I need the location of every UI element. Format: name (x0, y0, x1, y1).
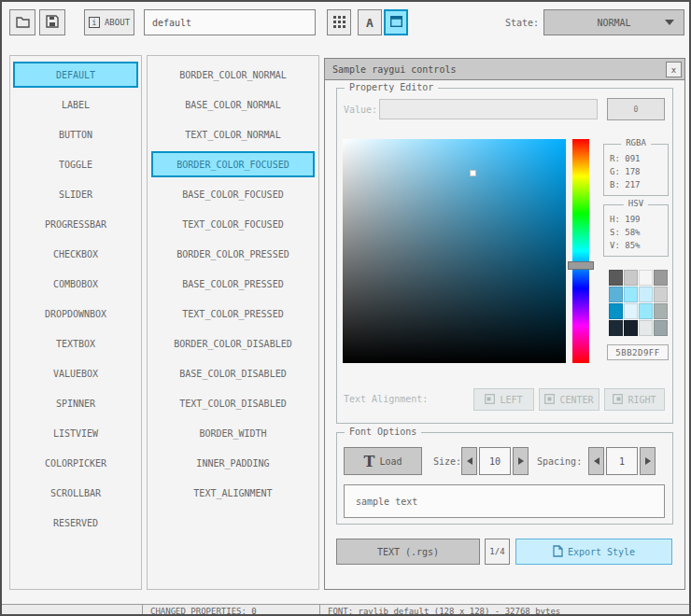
align-left-button[interactable]: LEFT (473, 388, 534, 411)
window-titlebar[interactable]: Sample raygui controls (325, 59, 684, 80)
state-dropdown[interactable]: NORMAL (543, 9, 684, 35)
rgba-g-value: G: 178 (604, 165, 668, 178)
spacing-value[interactable]: 1 (606, 447, 638, 475)
list-item[interactable]: COMBOBOX (13, 271, 138, 297)
state-value: NORMAL (597, 18, 630, 28)
style-edit-button[interactable] (384, 9, 408, 35)
hue-slider-handle[interactable] (568, 261, 594, 270)
palette-swatch[interactable] (639, 270, 653, 286)
font-edit-button[interactable]: A (358, 9, 382, 35)
palette-swatch[interactable] (639, 320, 653, 336)
value-action-button[interactable]: 0 (607, 98, 665, 120)
align-right-label: RIGHT (628, 395, 656, 405)
value-label: Value: (344, 105, 377, 115)
list-item[interactable]: TEXT_COLOR_DISABLED (151, 390, 315, 416)
font-options-label: Font Options (345, 427, 421, 437)
list-item[interactable]: BORDER_WIDTH (151, 420, 315, 446)
hsv-v-value: V: 85% (604, 239, 668, 252)
export-style-label: Export Style (568, 547, 635, 557)
load-style-button[interactable] (9, 9, 35, 35)
export-format-button[interactable]: TEXT (.rgs) (336, 539, 480, 565)
list-item[interactable]: BUTTON (13, 121, 138, 147)
list-item[interactable]: TEXT_COLOR_FOCUSED (151, 211, 315, 237)
close-icon: x (671, 65, 676, 75)
export-style-button[interactable]: Export Style (515, 539, 672, 565)
list-item[interactable]: BASE_COLOR_PRESSED (151, 271, 315, 297)
list-item[interactable]: DROPDOWNBOX (13, 301, 138, 327)
list-item[interactable]: SLIDER (13, 181, 138, 207)
about-button[interactable]: i ABOUT (84, 9, 134, 35)
hex-color-text: 5BB2D9FF (615, 348, 659, 357)
list-item[interactable]: PROGRESSBAR (13, 211, 138, 237)
palette-swatch[interactable] (654, 270, 668, 286)
hsv-label: HSV (624, 199, 648, 208)
list-item[interactable]: LISTVIEW (13, 420, 138, 446)
list-item[interactable]: BASE_COLOR_DISABLED (151, 360, 315, 386)
list-item[interactable]: DEFAULT (13, 62, 138, 88)
arrow-right-icon (518, 457, 524, 465)
list-item[interactable]: BORDER_COLOR_PRESSED (151, 241, 315, 267)
font-icon: A (366, 16, 374, 30)
palette-swatch[interactable] (654, 303, 668, 319)
palette-swatch[interactable] (639, 287, 653, 302)
palette-swatch[interactable] (624, 287, 638, 302)
list-item[interactable]: BASE_COLOR_FOCUSED (151, 181, 315, 207)
save-style-button[interactable] (39, 9, 65, 35)
palette-swatch[interactable] (624, 270, 638, 286)
size-increment-button[interactable] (513, 447, 529, 475)
font-load-label: Load (379, 456, 402, 467)
palette-swatch[interactable] (609, 287, 623, 302)
list-item[interactable]: BORDER_COLOR_DISABLED (151, 330, 315, 357)
arrow-left-icon (594, 457, 599, 465)
list-item[interactable]: SPINNER (13, 390, 138, 416)
grid-view-button[interactable] (327, 9, 351, 35)
controls-list: DEFAULT LABEL BUTTON TOGGLE SLIDER PROGR… (9, 55, 142, 590)
align-right-button[interactable]: RIGHT (604, 388, 665, 411)
palette-swatch[interactable] (609, 270, 623, 286)
list-item[interactable]: RESERVED (13, 510, 138, 536)
list-item[interactable]: TEXT_ALIGNMENT (151, 480, 315, 506)
size-value[interactable]: 10 (479, 447, 511, 475)
palette-swatch[interactable] (654, 287, 668, 302)
spacing-decrement-button[interactable] (588, 447, 604, 475)
font-load-button[interactable]: T Load (344, 447, 422, 475)
list-item[interactable]: VALUEBOX (13, 360, 138, 386)
spacing-increment-button[interactable] (640, 447, 656, 475)
about-label: ABOUT (105, 18, 130, 27)
list-item[interactable]: CHECKBOX (13, 241, 138, 267)
list-item[interactable]: LABEL (13, 91, 138, 118)
list-item[interactable]: BORDER_COLOR_NORMAL (151, 62, 315, 88)
list-item[interactable]: INNER_PADDING (151, 450, 315, 476)
palette-swatch[interactable] (609, 303, 623, 319)
palette-swatch[interactable] (624, 303, 638, 319)
align-right-icon (613, 394, 623, 406)
close-button[interactable]: x (666, 62, 682, 77)
palette-swatch[interactable] (624, 320, 638, 336)
list-item[interactable]: COLORPICKER (13, 450, 138, 476)
sample-text-box[interactable]: sample text (344, 484, 665, 518)
color-saturation-value-panel[interactable] (343, 139, 566, 363)
property-editor-label: Property Editor (345, 82, 438, 92)
format-page-indicator[interactable]: 1/4 (485, 539, 510, 565)
status-bar: CHANGED PROPERTIES: 0 FONT: raylib defau… (2, 604, 691, 616)
list-item[interactable]: TOGGLE (13, 151, 138, 177)
color-picker-cursor[interactable] (470, 170, 476, 176)
value-input[interactable] (379, 99, 598, 119)
list-item[interactable]: SCROLLBAR (13, 480, 138, 506)
size-decrement-button[interactable] (461, 447, 477, 475)
list-item[interactable]: BORDER_COLOR_FOCUSED (151, 151, 315, 177)
align-left-icon (485, 394, 495, 406)
hue-bar[interactable] (572, 139, 589, 363)
palette-swatch[interactable] (654, 320, 668, 336)
palette-swatch[interactable] (609, 320, 623, 336)
font-T-icon: T (364, 453, 375, 470)
style-name-input[interactable] (144, 9, 316, 35)
list-item[interactable]: TEXT_COLOR_PRESSED (151, 301, 315, 327)
list-item[interactable]: TEXT_COLOR_NORMAL (151, 121, 315, 147)
list-item[interactable]: TEXTBOX (13, 330, 138, 357)
window-title: Sample raygui controls (332, 64, 456, 75)
align-center-button[interactable]: CENTER (539, 388, 599, 411)
palette-swatch[interactable] (639, 303, 653, 319)
list-item[interactable]: BASE_COLOR_NORMAL (151, 91, 315, 118)
value-action-label: 0 (634, 105, 639, 114)
